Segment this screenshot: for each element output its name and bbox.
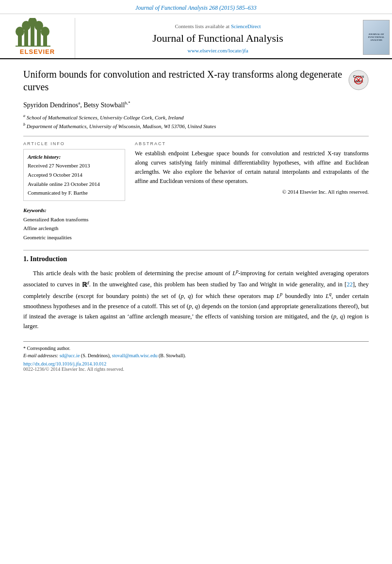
divider-2: [23, 250, 369, 250]
intro-heading-text: 1. Introduction: [23, 255, 67, 263]
journal-url[interactable]: www.elsevier.com/locate/jfa: [187, 48, 248, 53]
communicated-line: Communicated by F. Barthe: [28, 188, 121, 198]
svg-point-9: [41, 27, 49, 36]
article-history-box: Article history: Received 27 November 20…: [23, 149, 125, 201]
logo-area: ELSEVIER: [0, 18, 75, 58]
abstract-text: We establish endpoint Lebesgue space bou…: [135, 149, 369, 186]
real-d: ℝd: [82, 282, 89, 288]
affil-b-sup: b: [23, 122, 25, 127]
author-b-name: Betsy Stowball: [83, 101, 125, 109]
author-b-sup: b,*: [125, 100, 130, 105]
journal-header: ELSEVIER Contents lists available at Sci…: [0, 14, 392, 59]
corresponding-author-note: * Corresponding author.: [23, 345, 369, 352]
email-a-link[interactable]: sd@ucc.ie: [60, 353, 80, 358]
top-citation-bar: Journal of Functional Analysis 268 (2015…: [0, 0, 392, 14]
abstract-col: ABSTRACT We establish endpoint Lebesgue …: [135, 141, 369, 242]
sciencedirect-link[interactable]: ScienceDirect: [231, 23, 261, 29]
page-wrapper: Journal of Functional Analysis 268 (2015…: [0, 0, 392, 564]
footnote-area: * Corresponding author. E-mail addresses…: [23, 341, 369, 372]
keyword-3: Geometric inequalities: [23, 233, 125, 242]
accepted-line: Accepted 9 October 2014: [28, 170, 121, 180]
email-b-link[interactable]: stovall@math.wisc.edu: [112, 353, 158, 358]
affiliation-a: a School of Mathematical Sciences, Unive…: [23, 113, 369, 122]
article-info-col: ARTICLE INFO Article history: Received 2…: [23, 141, 125, 242]
doi-line[interactable]: http://dx.doi.org/10.1016/j.jfa.2014.10.…: [23, 361, 369, 366]
article-info-label: ARTICLE INFO: [23, 141, 125, 146]
title-row: Uniform bounds for convolution and restr…: [23, 68, 369, 100]
keyword-1: Generalized Radon transforms: [23, 215, 125, 224]
abstract-label: ABSTRACT: [135, 141, 369, 146]
elsevier-tree-logo: [16, 18, 59, 47]
elsevier-label: ELSEVIER: [20, 48, 55, 55]
email-footnote: E-mail addresses: sd@ucc.ie (S. Dendrino…: [23, 352, 369, 359]
keywords-box: Keywords: Generalized Radon transforms A…: [23, 206, 125, 242]
keywords-label: Keywords:: [23, 206, 125, 215]
author-a-sup: a: [78, 100, 80, 105]
affiliation-b: b Department of Mathematics, University …: [23, 122, 369, 131]
intro-heading: 1. Introduction: [23, 255, 369, 263]
author-a-name: Spyridon Dendrinos: [23, 101, 78, 109]
journal-citation: Journal of Functional Analysis 268 (2015…: [135, 4, 257, 11]
journal-center: Contents lists available at ScienceDirec…: [75, 18, 360, 58]
affiliations: a School of Mathematical Sciences, Unive…: [23, 113, 369, 131]
history-label: Article history:: [28, 152, 121, 162]
issn-copyright-line: 0022-1236/© 2014 Elsevier Inc. All right…: [23, 366, 369, 372]
abstract-copyright: © 2014 Elsevier Inc. All rights reserved…: [135, 189, 369, 195]
article-title: Uniform bounds for convolution and restr…: [23, 68, 343, 93]
intro-paragraph-1: This article deals with the basic proble…: [23, 267, 369, 332]
lp-text: Lp: [232, 270, 238, 277]
received-line: Received 27 November 2013: [28, 161, 121, 170]
divider-1: [23, 136, 369, 136]
affil-a-sup: a: [23, 114, 25, 118]
cover-thumbnail: JOURNAL OF FUNCTIONAL ANALYSIS: [363, 20, 390, 55]
journal-title-header: Journal of Functional Analysis: [152, 32, 283, 45]
cover-title-text: JOURNAL OF FUNCTIONAL ANALYSIS: [365, 33, 388, 42]
ref-22[interactable]: 22: [346, 282, 353, 288]
authors-line: Spyridon Dendrinosa, Betsy Stowballb,*: [23, 100, 369, 110]
keyword-2: Affine arclength: [23, 224, 125, 233]
available-line: Available online 23 October 2014: [28, 180, 121, 189]
info-abstract-cols: ARTICLE INFO Article history: Received 2…: [23, 141, 369, 242]
journal-cover-image: JOURNAL OF FUNCTIONAL ANALYSIS: [360, 18, 392, 58]
contents-text: Contents lists available at ScienceDirec…: [175, 23, 261, 29]
crossmark-badge: Cross Mark: [348, 70, 369, 90]
main-content: Uniform bounds for convolution and restr…: [0, 59, 392, 381]
